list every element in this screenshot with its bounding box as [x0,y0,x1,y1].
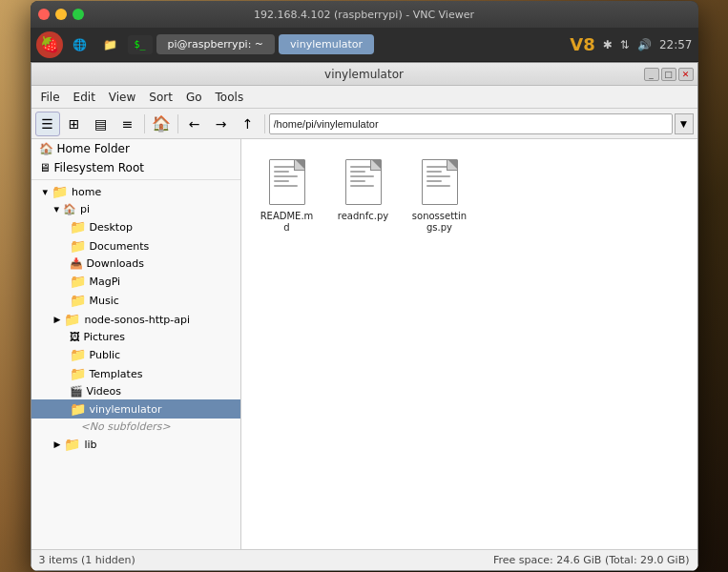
folder-icon-pi: 🏠 [63,203,76,215]
folder-icon-public: 📁 [70,347,86,362]
file-readnfc[interactable]: readnfc.py [329,151,398,238]
tree-item-magpi[interactable]: 📁 MagPi [31,272,240,291]
file-label-sonossettings: sonossettings.py [412,211,467,234]
tree-item-node-sonos[interactable]: ▶ 📁 node-sonos-http-api [31,310,240,329]
menu-edit[interactable]: Edit [68,89,101,106]
folder-icon-magpi: 📁 [70,274,86,289]
tree-label-magpi: MagPi [90,276,121,288]
file-icon-readnfc [341,155,386,209]
doc-page-sonossettings [422,159,458,205]
forward-button[interactable]: → [209,112,234,136]
view-detail-button[interactable]: ▤ [89,112,114,136]
tree-label-templates: Templates [90,368,143,380]
tree-item-music[interactable]: 📁 Music [31,291,240,310]
menu-file[interactable]: File [35,89,66,106]
menu-tools[interactable]: Tools [210,89,250,106]
tree-label-pi: pi [80,203,90,215]
fm-window-controls: _ □ ✕ [644,68,694,81]
folder-icon-documents: 📁 [70,238,86,254]
fm-titlebar: vinylemulator _ □ ✕ [31,63,697,86]
raspberry-menu-button[interactable]: 🍓 [36,31,63,58]
tree-label-desktop: Desktop [90,221,133,234]
doc-corner-sonossettings [448,160,457,169]
doc-page-readnfc [345,159,382,205]
doc-corner-readme [296,160,304,169]
tree-item-lib[interactable]: ▶ 📁 lib [31,435,240,454]
fm-files: README.md readnfc.py [241,139,697,549]
address-bar[interactable] [269,113,673,134]
tree-item-documents[interactable]: 📁 Documents [31,236,240,255]
bluetooth-icon: ✱ [603,38,613,51]
vnc-titlebar: 192.168.4.102 (raspberrypi) - VNC Viewer [31,1,698,28]
tree-label-vinyl: vinylemulator [90,403,162,416]
browser-icon[interactable]: 🌐 [67,31,94,58]
sidebar-filesystem-root[interactable]: 🖥 Filesystem Root [31,158,240,177]
menu-view[interactable]: View [103,89,141,106]
close-button[interactable] [38,9,50,20]
fm-content: 🏠 Home Folder 🖥 Filesystem Root ▾ 📁 home… [31,139,697,549]
tree-label-documents: Documents [90,240,150,253]
tree-item-home[interactable]: ▾ 📁 home [31,182,240,201]
toolbar-separator-2 [177,114,178,133]
up-button[interactable]: ↑ [236,112,260,136]
home-folder-button[interactable]: 🏠 [149,112,174,136]
view-list-button[interactable]: ≡ [115,112,140,136]
tree-label-node: node-sonos-http-api [84,314,190,326]
view-icon-button[interactable]: ☰ [35,112,60,136]
tree-label-home: home [72,186,101,198]
status-free-space: Free space: 24.6 GiB (Total: 29.0 GiB) [493,554,690,566]
file-label-readnfc: readnfc.py [338,211,388,222]
expand-arrow-home: ▾ [43,186,49,198]
tree-item-pictures[interactable]: 🖼 Pictures [31,329,240,345]
vnc-title: 192.168.4.102 (raspberrypi) - VNC Viewer [254,9,474,21]
fm-statusbar: 3 items (1 hidden) Free space: 24.6 GiB … [31,549,697,570]
tree-label-lib: lib [84,439,96,451]
status-items-count: 3 items (1 hidden) [39,554,135,566]
home-folder-icon: 🏠 [39,142,53,155]
fm-menubar: File Edit View Sort Go Tools [31,86,697,109]
file-icon-sonossettings [417,155,463,209]
file-readme[interactable]: README.md [253,151,322,238]
expand-arrow-node: ▶ [54,315,61,324]
fm-minimize-button[interactable]: _ [644,68,659,81]
fm-sidebar: 🏠 Home Folder 🖥 Filesystem Root ▾ 📁 home… [31,139,241,549]
tree-item-public[interactable]: 📁 Public [31,345,240,364]
clock: 22:57 [659,38,693,51]
fm-title: vinylemulator [324,68,404,81]
toolbar-separator-1 [144,114,145,133]
tree-label-pictures: Pictures [84,331,126,343]
terminal-icon[interactable]: $_ [128,35,153,54]
tree-item-desktop[interactable]: 📁 Desktop [31,217,240,236]
minimize-button[interactable] [55,9,67,20]
address-dropdown[interactable]: ▼ [675,113,694,134]
tree-label-public: Public [90,349,121,361]
file-label-readme: README.md [260,211,314,234]
view-compact-button[interactable]: ⊞ [62,112,87,136]
fm-restore-button[interactable]: □ [661,68,676,81]
no-subfolders-label: <No subfolders> [81,420,171,433]
doc-page-readme [269,159,305,205]
terminal-tab[interactable]: pi@raspberrypi: ~ [156,34,276,54]
filesystem-icon: 🖥 [39,161,51,174]
tree-item-vinylemulator[interactable]: 📁 vinylemulator [31,399,240,419]
fm-close-button[interactable]: ✕ [678,68,694,81]
tree-item-videos[interactable]: 🎬 Videos [31,383,240,399]
expand-arrow-pi: ▾ [54,203,60,215]
vnc-window: 192.168.4.102 (raspberrypi) - VNC Viewer… [31,1,698,571]
filesystem-label: Filesystem Root [54,161,144,174]
tree-item-pi[interactable]: ▾ 🏠 pi [31,201,240,217]
tree-item-downloads[interactable]: 📥 Downloads [31,255,240,272]
folder-icon[interactable]: 📁 [97,31,124,58]
menu-go[interactable]: Go [180,89,208,106]
expand-arrow-lib: ▶ [54,439,61,449]
tree-label-videos: Videos [87,385,122,398]
tree-item-templates[interactable]: 📁 Templates [31,364,240,383]
back-button[interactable]: ← [182,112,207,136]
menu-sort[interactable]: Sort [143,89,178,106]
sidebar-home-folder[interactable]: 🏠 Home Folder [31,139,240,158]
maximize-button[interactable] [73,9,84,20]
folder-icon-videos: 🎬 [70,385,83,398]
fm-tab[interactable]: vinylemulator [279,34,374,54]
file-sonossettings[interactable]: sonossettings.py [406,151,474,238]
folder-icon-lib: 📁 [64,437,80,452]
